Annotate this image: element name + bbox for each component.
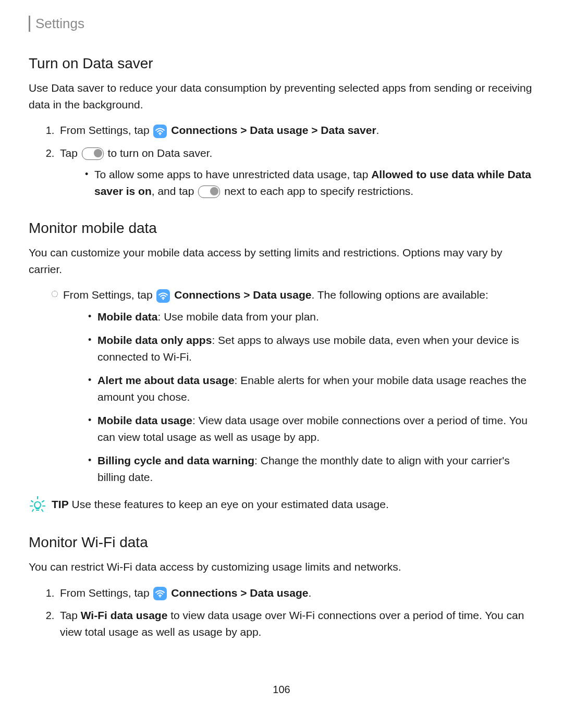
svg-point-2 bbox=[34, 502, 41, 508]
sub-item: To allow some apps to have unrestricted … bbox=[85, 166, 534, 199]
intro-text: You can restrict Wi-Fi data access by cu… bbox=[29, 559, 534, 575]
section-heading-wifi-data: Monitor Wi-Fi data bbox=[29, 532, 534, 553]
step-text: From Settings, tap bbox=[60, 587, 152, 599]
intro-text: Use Data saver to reduce your data consu… bbox=[29, 80, 534, 113]
page-number: 106 bbox=[29, 682, 534, 697]
option-name: Mobile data usage bbox=[97, 414, 192, 426]
option-item: Mobile data: Use mobile data from your p… bbox=[88, 309, 534, 325]
sub-list: To allow some apps to have unrestricted … bbox=[60, 166, 534, 199]
option-item: Alert me about data usage: Enable alerts… bbox=[88, 372, 534, 405]
tip-label: TIP bbox=[52, 498, 69, 510]
nav-path: Connections > Data usage > Data saver bbox=[171, 124, 376, 136]
svg-point-0 bbox=[160, 133, 161, 135]
step-item: Tap to turn on Data saver. To allow some… bbox=[57, 145, 534, 200]
option-item: Mobile data only apps: Set apps to alway… bbox=[88, 332, 534, 365]
section-heading-data-saver: Turn on Data saver bbox=[29, 53, 534, 75]
nav-path: Connections > Data usage bbox=[171, 587, 308, 599]
option-name: Mobile data bbox=[97, 311, 158, 323]
step-item: Tap Wi-Fi data usage to view data usage … bbox=[57, 607, 534, 640]
tip-text-wrap: TIP Use these features to keep an eye on… bbox=[52, 496, 389, 513]
connections-icon bbox=[153, 587, 167, 600]
nav-path: Connections > Data usage bbox=[174, 289, 311, 301]
circle-list: From Settings, tap Connections > Data us… bbox=[29, 287, 534, 485]
section-heading-mobile-data: Monitor mobile data bbox=[29, 217, 534, 239]
step-text: From Settings, tap bbox=[60, 124, 152, 136]
intro-text: You can customize your mobile data acces… bbox=[29, 244, 534, 277]
step-text: . bbox=[376, 124, 380, 136]
option-item: Mobile data usage: View data usage over … bbox=[88, 412, 534, 445]
tip-text: Use these features to keep an eye on you… bbox=[69, 498, 389, 510]
breadcrumb: Settings bbox=[29, 16, 534, 32]
svg-point-3 bbox=[160, 596, 161, 598]
sub-text: , and tap bbox=[152, 185, 198, 197]
lightbulb-icon bbox=[29, 496, 46, 513]
sub-text: next to each app to specify restrictions… bbox=[224, 185, 413, 197]
lead-item: From Settings, tap Connections > Data us… bbox=[54, 287, 534, 485]
connections-icon bbox=[153, 125, 167, 138]
sub-text: To allow some apps to have unrestricted … bbox=[94, 168, 371, 180]
step-item: From Settings, tap Connections > Data us… bbox=[57, 122, 534, 139]
lead-text: From Settings, tap bbox=[63, 289, 155, 301]
steps-list: From Settings, tap Connections > Data us… bbox=[29, 585, 534, 640]
svg-point-1 bbox=[163, 298, 164, 300]
toggle-icon bbox=[82, 147, 104, 160]
lead-text: . The following options are available: bbox=[311, 289, 488, 301]
step-text: . bbox=[308, 587, 311, 599]
connections-icon bbox=[156, 289, 170, 303]
steps-list: From Settings, tap Connections > Data us… bbox=[29, 122, 534, 199]
option-name: Wi-Fi data usage bbox=[81, 609, 168, 621]
step-text: Tap bbox=[60, 609, 81, 621]
options-list: Mobile data: Use mobile data from your p… bbox=[63, 309, 534, 486]
option-item: Billing cycle and data warning: Change t… bbox=[88, 452, 534, 485]
toggle-icon bbox=[198, 186, 220, 198]
tip-callout: TIP Use these features to keep an eye on… bbox=[29, 496, 534, 513]
option-name: Mobile data only apps bbox=[97, 334, 212, 346]
option-name: Alert me about data usage bbox=[97, 374, 235, 386]
step-text: Tap bbox=[60, 147, 81, 159]
option-name: Billing cycle and data warning bbox=[97, 454, 254, 466]
step-item: From Settings, tap Connections > Data us… bbox=[57, 585, 534, 601]
option-desc: : Use mobile data from your plan. bbox=[158, 311, 319, 323]
step-text: to turn on Data saver. bbox=[108, 147, 213, 159]
